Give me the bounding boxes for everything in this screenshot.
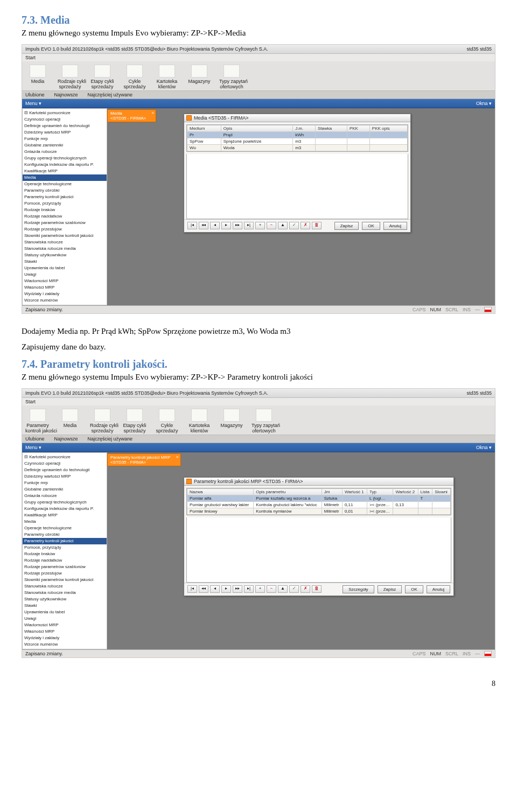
grid-cell[interactable]: Pomiar liniowy — [187, 508, 254, 515]
table-row[interactable]: Pomiar liniowyKontrola nymiarówMilimetr0… — [187, 508, 451, 515]
ok-button[interactable]: OK — [362, 222, 380, 230]
tree-item[interactable]: Pomoce, przyrządy — [23, 200, 107, 207]
grid-cell[interactable]: Prąd — [221, 132, 292, 138]
grid-cell[interactable]: T — [418, 495, 432, 502]
tree-item[interactable]: Słowniki parametrów kontroli jakości — [23, 577, 107, 583]
grid-column-header[interactable]: PKK opis — [369, 125, 407, 132]
tree-item[interactable]: Konfiguracja indeksów dla raportu P. — [23, 506, 107, 512]
ribbon-item[interactable]: Typy zapytań ofertowych — [219, 65, 244, 89]
tree-item[interactable]: Definicje uprawnień do technologii — [23, 123, 107, 129]
tree-item[interactable]: Gniazda robocze — [23, 149, 107, 155]
tree-item[interactable]: Pomoce, przyrządy — [23, 544, 107, 551]
grid-cell[interactable]: Kontrola grubości lakieru "widoc — [254, 502, 322, 508]
grid-cell[interactable] — [432, 495, 451, 502]
grid-column-header[interactable]: Słowni — [432, 489, 451, 495]
grid-cell[interactable] — [315, 138, 347, 145]
grid-column-header[interactable]: PKK — [347, 125, 369, 132]
grid-cell[interactable]: Pr — [187, 132, 221, 138]
tree-item[interactable]: Gniazda robocze — [23, 493, 107, 499]
tree-item[interactable]: Globalne zamienniki — [23, 142, 107, 149]
tree-item[interactable]: Parametry obróbki — [23, 187, 107, 194]
grid-column-header[interactable]: Wartość 2 — [393, 489, 418, 495]
tree-item[interactable]: Rodzaje naddatków — [23, 557, 107, 564]
grid-column-header[interactable]: Lista — [418, 489, 432, 495]
tree-item[interactable]: Własności MRP — [23, 628, 107, 635]
grid-pkj[interactable]: NazwaOpis parametruJmWartość 1TypWartość… — [186, 488, 451, 515]
tree-root[interactable]: ⊟ Kartoteki pomocnicze — [23, 110, 107, 116]
ribbon-item[interactable]: Cykle sprzedaży — [155, 409, 179, 433]
table-row[interactable]: Pomiar grubości warstwy lakierKontrola g… — [187, 502, 451, 508]
tree-item[interactable]: Definicje uprawnień do technologii — [23, 467, 107, 473]
subbar-most[interactable]: Najczęściej używane — [88, 92, 133, 97]
tree-item[interactable]: Wiadomości MRP — [23, 278, 107, 284]
subbar-most[interactable]: Najczęściej używane — [88, 436, 133, 442]
ribbon-item[interactable]: Kartoteka klientów — [155, 65, 179, 89]
tree-root[interactable]: ⊟ Kartoteki pomocnicze — [23, 454, 107, 460]
tree-item[interactable]: Słowniki parametrów kontroli jakości — [23, 233, 107, 239]
grid-cell[interactable]: >< (prze… — [367, 502, 393, 508]
grid-cell[interactable] — [342, 495, 367, 502]
zapisz-button[interactable]: Zapisz — [334, 222, 359, 230]
tree-item[interactable]: Grupy operacji technologicznych — [23, 499, 107, 506]
ribbon-item[interactable]: Rodzaje cykli sprzedaży — [58, 65, 82, 89]
tree-item[interactable]: Rodzaje przestojów — [23, 570, 107, 577]
grid-column-header[interactable]: Opis parametru — [254, 489, 322, 495]
grid-cell[interactable] — [369, 145, 407, 151]
grid-cell[interactable] — [432, 508, 451, 515]
tree-item[interactable]: Kwalifikacje MRP — [23, 168, 107, 174]
tree-item[interactable]: Rodzaje przestojów — [23, 226, 107, 233]
ribbon-item[interactable]: Typy zapytań ofertowych — [251, 409, 276, 433]
tree-item[interactable]: Rodzaje braków — [23, 207, 107, 213]
tree-item[interactable]: Rodzaje naddatków — [23, 213, 107, 220]
grid-cell[interactable] — [369, 132, 407, 138]
grid-cell[interactable]: Pomiar kształtu wg wzorca a — [254, 495, 322, 502]
grid-cell[interactable] — [315, 132, 347, 138]
tree-item[interactable]: Rodzaje braków — [23, 551, 107, 557]
grid-cell[interactable]: kWh — [293, 132, 316, 138]
tree-item[interactable]: Stanowiska robocze — [23, 583, 107, 590]
subbar-recent[interactable]: Najnowsze — [54, 436, 78, 442]
tree-item[interactable]: Czynności operacji — [23, 460, 107, 467]
ok-button[interactable]: OK — [405, 585, 423, 593]
grid-cell[interactable]: Pomiar alfa — [187, 495, 254, 502]
grid-cell[interactable] — [347, 132, 369, 138]
grid-column-header[interactable]: J.m. — [293, 125, 316, 132]
grid-cell[interactable] — [418, 508, 432, 515]
table-row[interactable]: WoWodam3 — [187, 145, 408, 151]
tree-item[interactable]: Wzorce numerów — [23, 297, 107, 304]
menu-button[interactable]: Menu ▾ — [25, 445, 41, 450]
tree-item[interactable]: Statusy użytkowników — [23, 252, 107, 258]
tree-item[interactable]: Rodzaje parametrów szablonów — [23, 564, 107, 570]
tree-item[interactable]: Kwalifikacje MRP — [23, 512, 107, 519]
document-tab[interactable]: Media <STD35 - FIRMA>× — [107, 109, 156, 122]
grid-cell[interactable] — [369, 138, 407, 145]
windows-button[interactable]: Okna ▾ — [476, 445, 492, 450]
windows-button[interactable]: Okna ▾ — [476, 101, 492, 106]
ribbon-item[interactable]: Etapy cykli sprzedaży — [90, 65, 115, 89]
record-navigator[interactable]: |◂◂◂◂▸▸▸▸| +−▲ ✓✗🗑 — [187, 222, 322, 230]
szczegóły-button[interactable]: Szczegóły — [343, 585, 374, 593]
tree-item[interactable]: Statusy użytkowników — [23, 596, 107, 603]
grid-cell[interactable]: SpPow — [187, 138, 221, 145]
tree-item[interactable]: Czynności operacji — [23, 116, 107, 123]
nav-tree[interactable]: ⊟ Kartoteki pomocnicze Czynności operacj… — [22, 108, 107, 305]
tree-item[interactable]: Parametry kontroli jakości — [23, 194, 107, 200]
ribbon-item[interactable]: Etapy cykli sprzedaży — [122, 409, 147, 433]
grid-cell[interactable] — [347, 138, 369, 145]
tree-item[interactable]: Grupy operacji technologicznych — [23, 155, 107, 162]
grid-cell[interactable] — [432, 502, 451, 508]
grid-column-header[interactable]: Opis — [221, 125, 292, 132]
tree-item[interactable]: Funkcje mrp — [23, 480, 107, 486]
tree-item[interactable]: Globalne zamienniki — [23, 486, 107, 493]
grid-cell[interactable]: >< (prze… — [367, 508, 393, 515]
anuluj-button[interactable]: Anuluj — [383, 222, 407, 230]
grid-cell[interactable]: 0,11 — [342, 502, 367, 508]
grid-media[interactable]: MediumOpisJ.m.StawkaPKKPKK opis PrPrądkW… — [186, 124, 408, 152]
grid-cell[interactable] — [418, 502, 432, 508]
ribbon-item[interactable]: Parametry kontroli jakości — [25, 409, 50, 433]
tree-item[interactable]: Dziedziny wartości MRP — [23, 129, 107, 136]
grid-cell[interactable]: Wo — [187, 145, 221, 151]
nav-tree[interactable]: ⊟ Kartoteki pomocnicze Czynności operacj… — [22, 452, 107, 649]
grid-cell[interactable]: m3 — [293, 145, 316, 151]
ribbon-item[interactable]: Media — [25, 65, 50, 89]
